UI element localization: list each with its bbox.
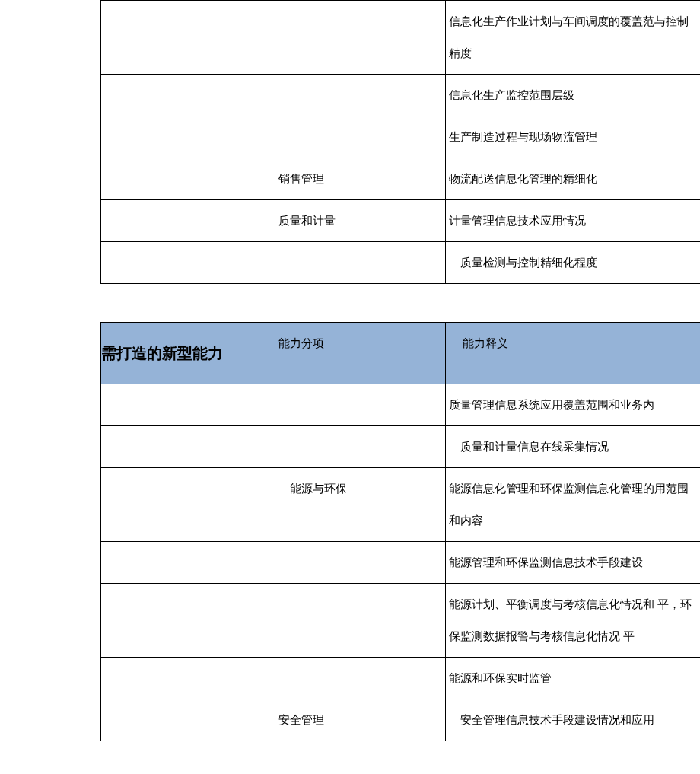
- cell-sub: [275, 542, 446, 584]
- cell-desc: 信息化生产作业计划与车间调度的覆盖范与控制精度: [446, 1, 701, 75]
- cell-desc: 计量管理信息技术应用情况: [446, 200, 701, 242]
- cell-desc: 质量管理信息系统应用覆盖范围和业务内: [446, 384, 701, 426]
- table-row: 质量和计量 计量管理信息技术应用情况: [101, 200, 701, 242]
- table-row: 质量和计量信息在线采集情况: [101, 426, 701, 468]
- table-row: 能源计划、平衡调度与考核信息化情况和 平，环保监测数据报警与考核信息化情况 平: [101, 584, 701, 658]
- table-row: 质量检测与控制精细化程度: [101, 242, 701, 284]
- header-definition: 能力释义: [446, 323, 701, 384]
- table-row: 能源与环保 能源信息化管理和环保监测信息化管理的用范围和内容: [101, 468, 701, 542]
- cell-cap: [101, 242, 275, 284]
- cell-sub: [275, 116, 446, 158]
- cell-sub: 能源与环保: [275, 468, 446, 542]
- cell-desc: 能源管理和环保监测信息技术手段建设: [446, 542, 701, 584]
- cell-desc: 信息化生产监控范围层级: [446, 75, 701, 116]
- table-row: 信息化生产监控范围层级: [101, 75, 701, 116]
- cell-sub: [275, 384, 446, 426]
- cell-desc: 能源和环保实时监管: [446, 658, 701, 699]
- cell-desc: 质量和计量信息在线采集情况: [446, 426, 701, 468]
- cell-sub: 销售管理: [275, 158, 446, 200]
- cell-cap: [101, 116, 275, 158]
- cell-cap: [101, 658, 275, 699]
- cell-cap: [101, 200, 275, 242]
- cell-sub: [275, 426, 446, 468]
- cell-desc: 物流配送信息化管理的精细化: [446, 158, 701, 200]
- table-gap: [0, 284, 700, 322]
- table-row: 安全管理 安全管理信息技术手段建设情况和应用: [101, 699, 701, 741]
- cell-sub: [275, 658, 446, 699]
- cell-cap: [101, 384, 275, 426]
- table-row: 能源和环保实时监管: [101, 658, 701, 699]
- cell-cap: [101, 1, 275, 75]
- cell-desc: 质量检测与控制精细化程度: [446, 242, 701, 284]
- cell-desc: 能源信息化管理和环保监测信息化管理的用范围和内容: [446, 468, 701, 542]
- cell-cap: [101, 158, 275, 200]
- capability-table-1: 信息化生产作业计划与车间调度的覆盖范与控制精度 信息化生产监控范围层级 生产制造…: [100, 0, 700, 284]
- cell-cap: [101, 542, 275, 584]
- header-capability: 需打造的新型能力: [101, 323, 275, 384]
- header-subitem: 能力分项: [275, 323, 446, 384]
- cell-desc: 能源计划、平衡调度与考核信息化情况和 平，环保监测数据报警与考核信息化情况 平: [446, 584, 701, 658]
- cell-sub: [275, 75, 446, 116]
- capability-table-2: 需打造的新型能力 能力分项 能力释义 质量管理信息系统应用覆盖范围和业务内 质量…: [100, 322, 700, 741]
- table-row: 能源管理和环保监测信息技术手段建设: [101, 542, 701, 584]
- cell-cap: [101, 584, 275, 658]
- cell-desc: 安全管理信息技术手段建设情况和应用: [446, 699, 701, 741]
- table-row: 生产制造过程与现场物流管理: [101, 116, 701, 158]
- header-definition-text: 能力释义: [449, 337, 508, 349]
- cell-cap: [101, 468, 275, 542]
- cell-sub: [275, 584, 446, 658]
- table-header-row: 需打造的新型能力 能力分项 能力释义: [101, 323, 701, 384]
- table-row: 信息化生产作业计划与车间调度的覆盖范与控制精度: [101, 1, 701, 75]
- cell-cap: [101, 426, 275, 468]
- cell-sub: [275, 242, 446, 284]
- cell-desc: 生产制造过程与现场物流管理: [446, 116, 701, 158]
- cell-cap: [101, 699, 275, 741]
- cell-sub: 质量和计量: [275, 200, 446, 242]
- cell-sub: 安全管理: [275, 699, 446, 741]
- table-row: 质量管理信息系统应用覆盖范围和业务内: [101, 384, 701, 426]
- cell-sub: [275, 1, 446, 75]
- cell-cap: [101, 75, 275, 116]
- table-row: 销售管理 物流配送信息化管理的精细化: [101, 158, 701, 200]
